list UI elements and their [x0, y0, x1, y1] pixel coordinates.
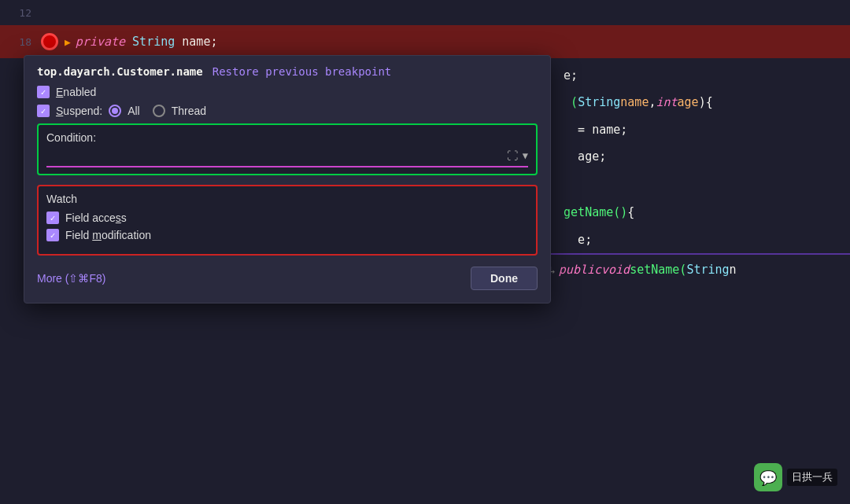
- thread-label: Thread: [172, 105, 206, 117]
- line-num-18: 18: [6, 36, 31, 48]
- field-modification-label: Field modification: [65, 229, 151, 241]
- field-access-label: Field access: [65, 212, 127, 224]
- suspend-checkbox[interactable]: [37, 105, 50, 117]
- field-path-label: top.dayarch.Customer.name: [37, 65, 203, 78]
- done-button[interactable]: Done: [471, 267, 538, 290]
- condition-input[interactable]: [46, 149, 507, 163]
- dropdown-icon[interactable]: ▼: [523, 150, 528, 161]
- breakpoint-icon[interactable]: [41, 33, 58, 50]
- bottom-row: More (⇧⌘F8) Done: [37, 267, 538, 290]
- code-right-panel: e; ( String name , int age ){ = name; ag…: [543, 0, 850, 504]
- expand-icon[interactable]: ⛶: [507, 149, 518, 162]
- watermark: 💬 日拱一兵: [754, 463, 837, 491]
- field-modification-checkbox[interactable]: [46, 229, 59, 241]
- condition-box: Condition: ⛶ ▼: [37, 123, 538, 175]
- field-access-checkbox[interactable]: [46, 212, 59, 224]
- field-modification-item: Field modification: [46, 229, 528, 241]
- enabled-checkbox[interactable]: [37, 86, 50, 98]
- condition-input-row: ⛶ ▼: [46, 149, 528, 167]
- suspend-label: Suspend:: [56, 105, 102, 117]
- condition-icons: ⛶ ▼: [507, 149, 528, 162]
- watch-box: Watch Field access Field modification: [37, 185, 538, 256]
- watermark-text: 日拱一兵: [787, 469, 837, 486]
- restore-link[interactable]: Restore previous breakpoint: [213, 65, 392, 78]
- all-label: All: [128, 105, 140, 117]
- condition-label: Condition:: [46, 131, 528, 144]
- code-line-18: private String name;: [76, 35, 218, 49]
- arrow-indicator: ▶: [65, 36, 71, 48]
- panel-header: top.dayarch.Customer.name Restore previo…: [37, 65, 538, 78]
- all-radio[interactable]: [109, 105, 121, 117]
- suspend-row: Suspend: All Thread: [37, 105, 538, 117]
- field-access-item: Field access: [46, 212, 528, 224]
- thread-radio[interactable]: [153, 105, 165, 117]
- watch-label: Watch: [46, 193, 528, 205]
- enabled-label: Enabled: [56, 86, 96, 98]
- line-num-12: 12: [6, 7, 31, 19]
- more-link[interactable]: More (⇧⌘F8): [37, 272, 105, 285]
- breakpoint-panel: top.dayarch.Customer.name Restore previo…: [24, 55, 551, 304]
- enabled-row: Enabled: [37, 86, 538, 98]
- watermark-icon: 💬: [754, 463, 782, 491]
